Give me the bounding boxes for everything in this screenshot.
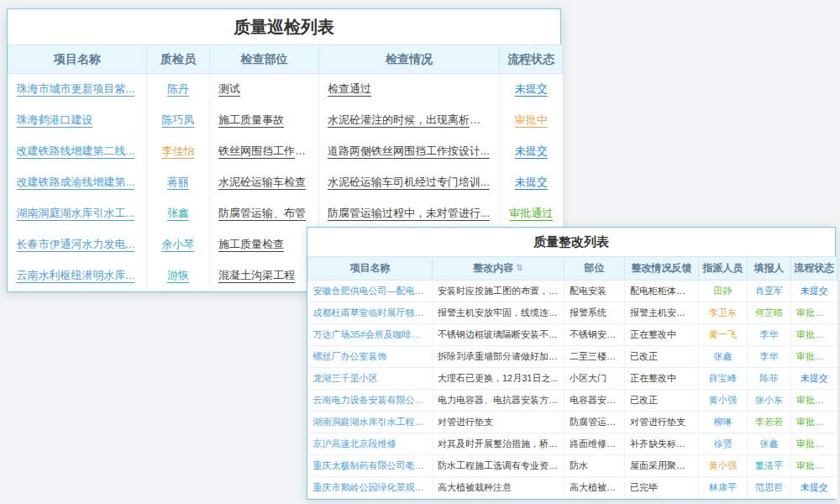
cell-project[interactable]: 万达广场35#会所及咖啡厅空...	[308, 324, 433, 346]
cell-part: 铁丝网围挡工作检查	[210, 136, 319, 167]
cell-project[interactable]: 重庆市鹅岭公园绿化景观提升...	[308, 477, 433, 499]
table-row[interactable]: 万达广场35#会所及咖啡厅空...不锈钢边框玻璃隔断安装不牢...不锈钢安装..…	[308, 324, 837, 346]
cell-project[interactable]: 安徽合肥供电公司—配电设备...	[308, 281, 433, 302]
cell-project[interactable]: 龙湖三千里小区	[308, 368, 433, 390]
cell-reporter[interactable]: 董清平	[748, 455, 791, 477]
cell-status: 未提交	[500, 74, 563, 105]
cell-feedback: 正在整改中	[625, 368, 699, 390]
table-row[interactable]: 成都杜甫草堂临时展厅独立展...报警主机安放牢固，线缆连接...报警系统报警主机…	[308, 302, 837, 324]
cell-part: 小区大门	[564, 368, 625, 390]
cell-project[interactable]: 螺丝厂办公室装饰	[308, 346, 433, 368]
cell-project[interactable]: 湖南洞庭湖水库引水工程施工I标	[308, 412, 433, 433]
cell-project[interactable]: 改建铁路线增建第二线...	[8, 136, 147, 167]
cell-project[interactable]: 云南电力设备安装有限公司20...	[308, 390, 433, 412]
cell-reporter[interactable]: 陈菲	[748, 368, 791, 390]
cell-part: 报警系统	[564, 302, 625, 324]
cell-status: 审批通过	[500, 198, 563, 229]
table-row[interactable]: 重庆市鹅岭公园绿化景观提升...高大植被栽种注意高大植被栽种已完毕林康平范思哲未…	[308, 477, 837, 499]
sort-icon[interactable]: ⇅	[516, 263, 522, 272]
cell-part: 施工质量检查	[210, 229, 319, 260]
column-label: 质检员	[160, 52, 196, 66]
column-label: 整改内容	[473, 262, 513, 274]
cell-part: 施工质量事故	[210, 105, 319, 136]
inspection-table-title: 质量巡检列表	[8, 9, 560, 45]
cell-part: 高大植被栽种	[564, 477, 625, 499]
cell-assignee[interactable]: 黄小强	[699, 455, 748, 477]
cell-status: 审批通过	[791, 390, 837, 412]
cell-feedback: 已改正	[625, 346, 699, 368]
cell-status: 未提交	[500, 167, 563, 198]
cell-project[interactable]: 珠海鹤港口建设	[8, 105, 147, 136]
cell-status: 审批通过	[791, 346, 837, 368]
cell-project[interactable]: 改建铁路成渝线增建第...	[8, 167, 147, 198]
cell-project[interactable]: 长春市伊通河水力发电...	[8, 229, 147, 260]
table-row[interactable]: 螺丝厂办公室装饰拆除到承重墙部分请做好加固...二至三楼混...已改正张鑫李华审…	[308, 346, 837, 368]
table-row[interactable]: 云南电力设备安装有限公司20...电力电容器、电抗器安装方案,...电容器安装.…	[308, 390, 837, 412]
table-row[interactable]: 京沪高速北京段维修对其及时开展整治措施，桥头...路面维修检...补齐缺失标志.…	[308, 433, 837, 455]
table-row[interactable]: 湖南洞庭湖水库引水工...张鑫防腐管运输、布管防腐管运输过程中，未对管进行...…	[8, 198, 563, 229]
cell-project[interactable]: 云南水利枢纽潜明水库...	[8, 260, 147, 291]
cell-feedback: 已完毕	[625, 477, 699, 499]
cell-project[interactable]: 京沪高速北京段维修	[308, 433, 433, 455]
column-label: 项目名称	[350, 262, 391, 274]
cell-inspector[interactable]: 陈丹	[147, 74, 210, 105]
column-header-project: 项目名称	[8, 45, 147, 74]
cell-situation: 道路两侧铁丝网围挡工作按设计...	[319, 136, 500, 167]
cell-project[interactable]: 湖南洞庭湖水库引水工...	[8, 198, 147, 229]
cell-reporter[interactable]: 范思哲	[748, 477, 791, 499]
cell-assignee[interactable]: 林康平	[699, 477, 748, 499]
cell-reporter[interactable]: 张小东	[748, 390, 791, 412]
cell-inspector[interactable]: 李佳怡	[147, 136, 210, 167]
cell-assignee[interactable]: 薛宝峰	[699, 368, 748, 390]
table-row[interactable]: 龙湖三千里小区大理石已更换，12月31日之...小区大门正在整改中薛宝峰陈菲未提…	[308, 368, 837, 390]
cell-reporter[interactable]: 李华	[748, 324, 791, 346]
cell-content: 高大植被栽种注意	[433, 477, 564, 499]
cell-reporter[interactable]: 何芷晴	[748, 302, 791, 324]
cell-assignee[interactable]: 张鑫	[699, 346, 748, 368]
rectification-table-panel: 质量整改列表 项目名称整改内容⇅部位整改情况反馈指派人员填报人流程状态 安徽合肥…	[307, 227, 836, 500]
cell-project[interactable]: 成都杜甫草堂临时展厅独立展...	[308, 302, 433, 324]
column-header-part: 检查部位	[210, 45, 319, 74]
cell-part: 防腐管运输、布管	[210, 198, 319, 229]
table-row[interactable]: 重庆太极制药有限公司亳州市...防水工程施工选调有专业资质...防水屋面采用聚氨…	[308, 455, 837, 477]
column-header-content[interactable]: 整改内容⇅	[433, 257, 564, 281]
cell-status: 审批通过	[791, 324, 837, 346]
table-row[interactable]: 珠海鹤港口建设陈巧凤施工质量事故水泥砼灌注的时候，出现离析现象审批中	[8, 105, 563, 136]
column-header-inspector: 质检员	[147, 45, 210, 74]
table-row[interactable]: 湖南洞庭湖水库引水工程施工I标对管进行垫支防腐管运输...对管进行垫支柳琳李若若…	[308, 412, 837, 433]
cell-inspector[interactable]: 张鑫	[147, 198, 210, 229]
column-header-project: 项目名称	[308, 257, 433, 281]
cell-content: 大理石已更换，12月31日之...	[433, 368, 564, 390]
cell-assignee[interactable]: 柳琳	[699, 412, 748, 433]
cell-reporter[interactable]: 肖亚军	[748, 281, 791, 302]
cell-reporter[interactable]: 李若若	[748, 412, 791, 433]
cell-assignee[interactable]: 田静	[699, 281, 748, 302]
cell-content: 电力电容器、电抗器安装方案,...	[433, 390, 564, 412]
cell-project[interactable]: 重庆太极制药有限公司亳州市...	[308, 455, 433, 477]
cell-assignee[interactable]: 黄小强	[699, 390, 748, 412]
cell-inspector[interactable]: 蒋丽	[147, 167, 210, 198]
cell-feedback: 配电柜柜体与...	[625, 281, 699, 302]
cell-reporter[interactable]: 张鑫	[748, 433, 791, 455]
cell-situation: 水泥砼灌注的时候，出现离析现象	[319, 105, 500, 136]
cell-project[interactable]: 珠海市城市更新项目紫...	[8, 74, 147, 105]
table-row[interactable]: 改建铁路线增建第二线...李佳怡铁丝网围挡工作检查道路两侧铁丝网围挡工作按设计.…	[8, 136, 563, 167]
cell-assignee[interactable]: 黄一飞	[699, 324, 748, 346]
cell-inspector[interactable]: 游恢	[147, 260, 210, 291]
cell-assignee[interactable]: 李卫东	[699, 302, 748, 324]
cell-reporter[interactable]: 李华	[748, 346, 791, 368]
cell-situation: 防腐管运输过程中，未对管进行...	[319, 198, 500, 229]
cell-assignee[interactable]: 徐贤	[699, 433, 748, 455]
cell-inspector[interactable]: 余小琴	[147, 229, 210, 260]
cell-status: 未提交	[500, 136, 563, 167]
column-label: 检查部位	[241, 52, 288, 66]
table-row[interactable]: 改建铁路成渝线增建第...蒋丽水泥砼运输车检查水泥砼运输车司机经过专门培训...…	[8, 167, 563, 198]
cell-inspector[interactable]: 陈巧凤	[147, 105, 210, 136]
cell-status: 审批通过	[791, 455, 837, 477]
cell-status: 未提交	[791, 368, 837, 390]
column-header-assignee: 指派人员	[699, 257, 748, 281]
cell-part: 混凝土沟渠工程	[210, 260, 319, 291]
table-row[interactable]: 安徽合肥供电公司—配电设备...安装时应按施工图的布置，将...配电安装配电柜柜…	[308, 281, 837, 302]
cell-status: 审批通过	[791, 433, 837, 455]
table-row[interactable]: 珠海市城市更新项目紫...陈丹测试检查通过未提交	[8, 74, 563, 105]
